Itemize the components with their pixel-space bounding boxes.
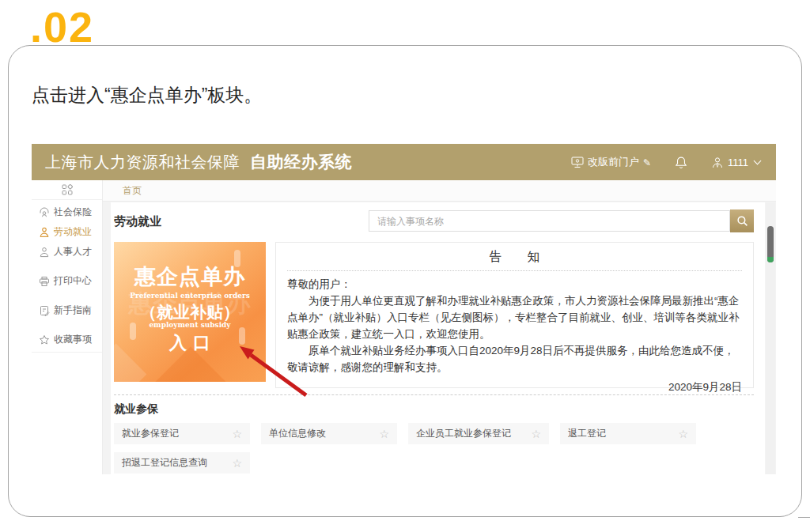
sidebar-item-label: 收藏事项 [54, 333, 92, 346]
favorite-star-icon[interactable] [531, 428, 541, 440]
username: 1111 [728, 157, 748, 168]
sidebar-item-label: 人事人才 [54, 245, 92, 258]
notice-title: 告 知 [287, 243, 742, 270]
services-row-2: 招退工登记信息查询 [114, 452, 754, 474]
main-area: 首页 劳动就业 [103, 180, 776, 474]
service-card-label: 就业参保登记 [122, 427, 179, 440]
notice-paragraph: 为便于用人单位更直观了解和办理就业补贴惠企政策，市人力资源社会保障局最新推出“惠… [287, 292, 742, 342]
sidebar-item-employment[interactable]: 劳动就业 [32, 222, 102, 242]
sidebar-item-favorites[interactable]: 收藏事项 [32, 330, 102, 349]
sidebar-item-label: 新手指南 [54, 304, 92, 317]
subsection-title: 就业参保 [114, 402, 754, 417]
sidebar-item-personnel[interactable]: 人事人才 [32, 242, 102, 262]
step-instruction: 点击进入“惠企点单办”板块。 [32, 83, 262, 108]
banner-line2: （就业补贴） [114, 301, 266, 323]
service-card-resignation-registration[interactable]: 退工登记 [560, 423, 696, 444]
portal-link[interactable]: 改版前门户 [571, 155, 651, 169]
search-icon [736, 215, 748, 227]
header-right: 改版前门户 [571, 155, 760, 169]
guide-document-icon [39, 305, 50, 316]
app-body: 社会保险 劳动就业 [32, 180, 776, 474]
frame-bottom-line [798, 517, 810, 518]
service-card-label: 招退工登记信息查询 [122, 456, 207, 470]
sidebar-item-social-insurance[interactable]: 社会保险 [32, 202, 102, 222]
search-input[interactable] [369, 210, 730, 232]
notice-paragraph: 原单个就业补贴业务经办事项入口自2020年9月28日后不再提供服务，由此给您造成… [287, 342, 742, 375]
banner-title: 惠企点单办 [114, 262, 266, 291]
app-header: 上海市人力资源和社会保障 自助经办系统 改版前门户 [32, 144, 776, 180]
scrollbar-thumb[interactable] [767, 226, 774, 262]
app-screenshot: 上海市人力资源和社会保障 自助经办系统 改版前门户 [32, 144, 776, 474]
section-title: 劳动就业 [114, 214, 161, 229]
notification-bell-button[interactable] [675, 156, 687, 169]
service-card-unit-info-change[interactable]: 单位信息修改 [261, 423, 397, 444]
service-card-employee-registration[interactable]: 企业员工就业参保登记 [408, 423, 549, 444]
apps-grid-button[interactable] [32, 180, 102, 200]
service-card-label: 企业员工就业参保登记 [416, 427, 511, 440]
banner-subtitle-en: Preferential enterprise orders [114, 292, 266, 300]
user-icon [711, 157, 724, 168]
portal-link-label: 改版前门户 [588, 155, 639, 169]
notice-date: 2020年9月28日 [287, 379, 742, 395]
user-menu[interactable]: 1111 [711, 157, 760, 168]
star-icon [39, 334, 50, 345]
search-box [369, 210, 754, 232]
breadcrumb-home[interactable]: 首页 [123, 185, 142, 196]
service-card-employment-registration[interactable]: 就业参保登记 [114, 423, 250, 444]
breadcrumb: 首页 [103, 180, 776, 202]
service-card-label: 退工登记 [568, 427, 606, 440]
notice-greeting: 尊敬的用户： [287, 276, 742, 292]
step-number: .02 [30, 5, 94, 50]
person-icon [39, 247, 50, 258]
chevron-down-icon [754, 157, 762, 164]
favorite-star-icon[interactable] [232, 428, 242, 440]
notice-body: 尊敬的用户： 为便于用人单位更直观了解和办理就业补贴惠企政策，市人力资源社会保障… [287, 276, 742, 395]
monitor-icon [571, 157, 584, 168]
sidebar-item-label: 社会保险 [54, 206, 92, 219]
sidebar-item-label: 打印中心 [54, 274, 92, 288]
content-row: 惠企点单办 惠企点单办 Preferential enterprise orde… [114, 242, 754, 388]
employment-person-icon [39, 227, 50, 238]
banner-line2-en: employment subsidy [114, 321, 266, 329]
huiqi-entry-banner[interactable]: 惠企点单办 惠企点单办 Preferential enterprise orde… [114, 242, 266, 382]
bell-icon [675, 156, 687, 169]
app-title: 上海市人力资源和社会保障 自助经办系统 [45, 151, 352, 173]
app-title-main: 上海市人力资源和社会保障 [45, 153, 240, 171]
apps-grid-icon [61, 183, 74, 196]
app-title-sub: 自助经办系统 [250, 153, 352, 171]
sidebar-divider [32, 352, 102, 353]
printer-icon [39, 276, 50, 287]
sidebar-item-label: 劳动就业 [54, 225, 92, 239]
edit-pencil-icon [643, 157, 651, 168]
favorite-star-icon[interactable] [678, 428, 688, 440]
services-row-1: 就业参保登记 单位信息修改 企业员工就业参保登记 退工登记 [114, 423, 754, 444]
insurance-icon [39, 207, 50, 218]
favorite-star-icon[interactable] [379, 428, 389, 440]
search-button[interactable] [730, 209, 754, 232]
title-row: 劳动就业 [114, 207, 754, 236]
sidebar-item-print-center[interactable]: 打印中心 [32, 271, 102, 291]
sidebar-item-beginner-guide[interactable]: 新手指南 [32, 300, 102, 320]
tutorial-page: .02 点击进入“惠企点单办”板块。 上海市人力资源和社会保障 自助经办系统 [0, 0, 810, 532]
scrollbar-track[interactable] [766, 202, 775, 474]
banner-entry-label: 入口 [114, 331, 266, 355]
service-card-label: 单位信息修改 [269, 427, 326, 440]
favorite-star-icon[interactable] [232, 458, 242, 469]
service-card-registration-info-query[interactable]: 招退工登记信息查询 [114, 452, 250, 474]
sidebar: 社会保险 劳动就业 [32, 180, 103, 474]
content-panel: 劳动就业 [111, 202, 765, 474]
notice-divider [287, 270, 742, 271]
notice-panel: 告 知 尊敬的用户： 为便于用人单位更直观了解和办理就业补贴惠企政策，市人力资源… [275, 242, 754, 388]
